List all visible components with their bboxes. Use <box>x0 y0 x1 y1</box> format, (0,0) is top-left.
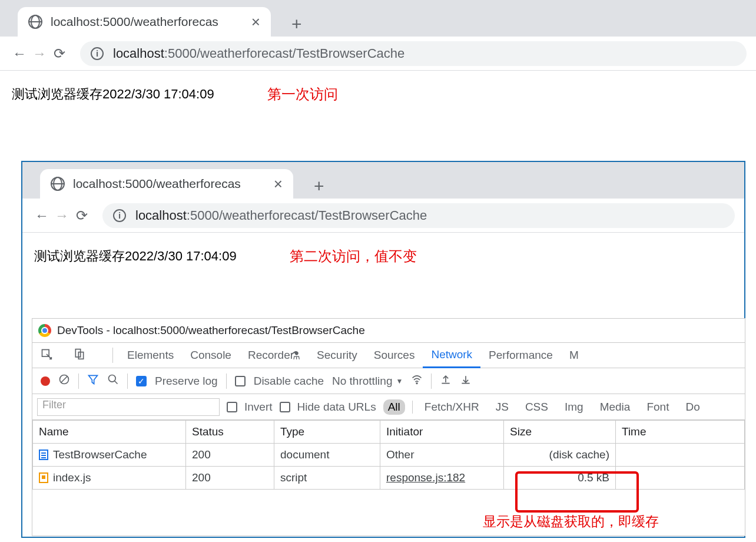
url-path: :5000/weatherforecast/TestBrowserCache <box>164 46 404 61</box>
url-input[interactable]: i localhost:5000/weatherforecast/TestBro… <box>80 41 747 66</box>
annotation-1: 第一次访问 <box>267 85 338 104</box>
browser-tab[interactable]: localhost:5000/weatherforecas × <box>18 7 271 37</box>
disable-cache-label: Disable cache <box>254 375 324 388</box>
tab-title: localhost:5000/weatherforecas <box>73 177 268 191</box>
filter-media[interactable]: Media <box>595 399 635 415</box>
clear-button[interactable] <box>58 374 70 388</box>
disable-cache-checkbox[interactable] <box>235 376 246 386</box>
tab-console[interactable]: Console <box>182 342 240 368</box>
network-table: Name Status Type Initiator Size Time Tes… <box>32 420 745 490</box>
back-button[interactable]: ← <box>32 207 52 224</box>
site-info-icon[interactable]: i <box>113 209 126 222</box>
table-row[interactable]: index.js 200 script response.js:182 0.5 … <box>33 467 745 490</box>
download-har-icon[interactable] <box>460 374 472 388</box>
tab-bar: localhost:5000/weatherforecas × + <box>22 162 744 199</box>
tab-security[interactable]: Security <box>309 342 366 368</box>
invert-checkbox[interactable] <box>227 402 237 412</box>
hide-data-urls-checkbox[interactable] <box>280 402 290 412</box>
hide-data-urls-label: Hide data URLs <box>297 401 376 414</box>
forward-button: → <box>52 207 72 224</box>
forward-button: → <box>29 45 49 62</box>
search-icon[interactable] <box>107 374 119 388</box>
svg-point-4 <box>109 375 116 382</box>
devtools-titlebar: DevTools - localhost:5000/weatherforecas… <box>32 319 745 342</box>
device-icon[interactable] <box>74 348 96 363</box>
preserve-log-checkbox[interactable]: ✓ <box>136 376 147 386</box>
network-toolbar: ✓ Preserve log Disable cache No throttli… <box>32 368 745 394</box>
globe-icon <box>28 15 42 29</box>
address-bar: ← → ⟳ i localhost:5000/weatherforecast/T… <box>0 37 756 71</box>
script-icon <box>39 472 48 483</box>
body-text: 测试浏览器缓存2022/3/30 17:04:09 <box>12 85 214 103</box>
address-bar: ← → ⟳ i localhost:5000/weatherforecast/T… <box>22 199 744 233</box>
globe-icon <box>51 177 65 191</box>
filter-font[interactable]: Font <box>642 399 674 415</box>
preserve-log-label: Preserve log <box>155 375 218 388</box>
tab-sources[interactable]: Sources <box>366 342 423 368</box>
new-tab-button[interactable]: + <box>291 14 302 34</box>
filter-js[interactable]: JS <box>491 399 513 415</box>
filter-doc[interactable]: Do <box>681 399 704 415</box>
tab-title: localhost:5000/weatherforecas <box>51 15 246 29</box>
col-status[interactable]: Status <box>186 421 274 444</box>
url-path: :5000/weatherforecast/TestBrowserCache <box>187 208 427 223</box>
filter-icon[interactable] <box>87 374 99 388</box>
col-size[interactable]: Size <box>504 421 616 444</box>
reload-button[interactable]: ⟳ <box>49 45 69 62</box>
col-type[interactable]: Type <box>274 421 380 444</box>
col-time[interactable]: Time <box>616 421 745 444</box>
tab-network[interactable]: Network <box>423 342 480 368</box>
filter-css[interactable]: CSS <box>520 399 553 415</box>
throttling-select[interactable]: No throttling ▼ <box>332 375 403 388</box>
site-info-icon[interactable]: i <box>91 47 104 60</box>
close-tab-icon[interactable]: × <box>246 13 260 31</box>
page-content: 测试浏览器缓存2022/3/30 17:04:09 第二次访问，值不变 <box>22 233 744 280</box>
upload-har-icon[interactable] <box>440 374 452 388</box>
flask-icon: ⚗ <box>290 349 300 362</box>
devtools-title: DevTools - localhost:5000/weatherforecas… <box>57 324 365 337</box>
col-initiator[interactable]: Initiator <box>380 421 504 444</box>
wifi-icon[interactable] <box>411 374 423 388</box>
tab-elements[interactable]: Elements <box>119 342 182 368</box>
record-button[interactable] <box>41 376 50 386</box>
tab-bar: localhost:5000/weatherforecas × + <box>0 0 756 37</box>
filter-all[interactable]: All <box>383 399 405 415</box>
page-content: 测试浏览器缓存2022/3/30 17:04:09 第一次访问 <box>0 71 756 118</box>
annotation-3: 显示是从磁盘获取的，即缓存 <box>483 513 659 531</box>
devtools-tabs: Elements Console Recorder ⚗ Security Sou… <box>32 342 745 368</box>
tab-performance[interactable]: Performance <box>480 342 561 368</box>
url-host: localhost <box>113 46 164 61</box>
network-filter-bar: Filter Invert Hide data URLs All Fetch/X… <box>32 394 745 420</box>
reload-button[interactable]: ⟳ <box>72 207 92 224</box>
filter-img[interactable]: Img <box>560 399 588 415</box>
svg-point-5 <box>417 383 418 384</box>
back-button[interactable]: ← <box>9 45 29 62</box>
tab-recorder[interactable]: Recorder ⚗ <box>240 342 309 368</box>
close-tab-icon[interactable]: × <box>268 175 283 193</box>
table-row[interactable]: TestBrowserCache 200 document Other (dis… <box>33 444 745 467</box>
annotation-2: 第二次访问，值不变 <box>290 247 417 266</box>
url-host: localhost <box>135 208 187 223</box>
tab-more[interactable]: M <box>561 342 587 368</box>
filter-xhr[interactable]: Fetch/XHR <box>420 399 484 415</box>
col-name[interactable]: Name <box>33 421 186 444</box>
new-tab-button[interactable]: + <box>314 176 324 196</box>
devtools-window: DevTools - localhost:5000/weatherforecas… <box>32 318 745 536</box>
filter-input[interactable]: Filter <box>37 398 220 416</box>
body-text: 测试浏览器缓存2022/3/30 17:04:09 <box>34 247 237 265</box>
url-input[interactable]: i localhost:5000/weatherforecast/TestBro… <box>102 203 735 228</box>
browser-tab[interactable]: localhost:5000/weatherforecas × <box>40 169 293 199</box>
chrome-icon <box>38 324 51 337</box>
inspect-icon[interactable] <box>41 348 63 363</box>
document-icon <box>39 450 48 460</box>
invert-label: Invert <box>244 401 273 414</box>
